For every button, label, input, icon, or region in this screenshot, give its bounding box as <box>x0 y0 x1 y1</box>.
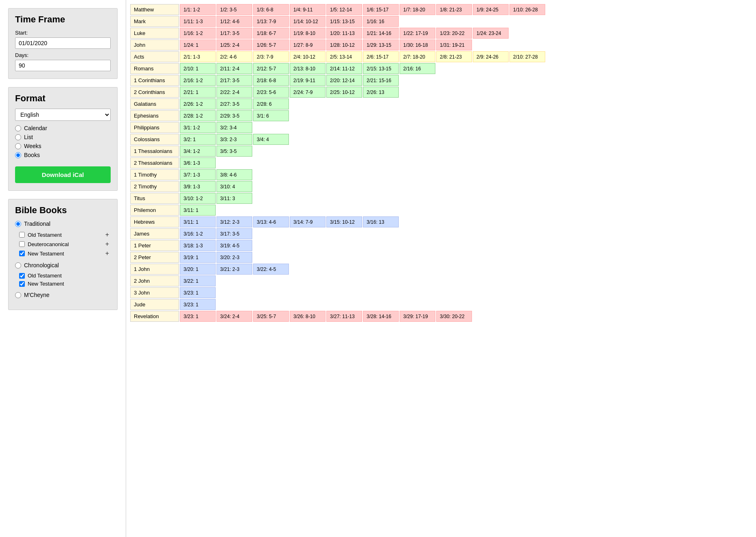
reading-cell[interactable]: 3/29: 17-19 <box>400 311 435 322</box>
reading-cell[interactable]: 2/18: 6-8 <box>253 75 289 86</box>
reading-cell[interactable]: 3/2: 1 <box>180 134 216 145</box>
reading-cell[interactable]: 1/24: 1 <box>180 39 216 50</box>
reading-cell[interactable]: 1/14: 10-12 <box>290 16 326 27</box>
reading-cell[interactable]: 1/21: 14-16 <box>363 28 399 39</box>
trad-deut-plus[interactable]: + <box>104 240 111 248</box>
reading-cell[interactable]: 1/2: 3-5 <box>216 4 252 15</box>
start-input[interactable] <box>15 37 111 49</box>
reading-cell[interactable]: 2/21: 15-16 <box>363 75 399 86</box>
reading-cell[interactable]: 1/9: 24-25 <box>473 4 509 15</box>
reading-cell[interactable]: 2/22: 2-4 <box>216 87 252 98</box>
reading-cell[interactable]: 3/20: 1 <box>180 264 216 275</box>
reading-cell[interactable]: 3/1: 6 <box>253 110 289 121</box>
reading-cell[interactable]: 3/10: 4 <box>216 181 252 192</box>
reading-cell[interactable]: 3/25: 5-7 <box>253 311 289 322</box>
reading-cell[interactable]: 3/5: 3-5 <box>216 146 252 157</box>
reading-cell[interactable]: 1/13: 7-9 <box>253 16 289 27</box>
reading-cell[interactable]: 2/20: 12-14 <box>326 75 362 86</box>
reading-cell[interactable]: 1/19: 8-10 <box>290 28 326 39</box>
reading-cell[interactable]: 3/22: 1 <box>180 275 216 286</box>
reading-cell[interactable]: 3/18: 1-3 <box>180 240 216 251</box>
reading-cell[interactable]: 1/3: 6-8 <box>253 4 289 15</box>
reading-cell[interactable]: 1/25: 2-4 <box>216 39 252 50</box>
reading-cell[interactable]: 3/8: 4-6 <box>216 169 252 180</box>
reading-cell[interactable]: 1/27: 8-9 <box>290 39 326 50</box>
trad-nt-checkbox[interactable] <box>19 251 25 256</box>
reading-cell[interactable]: 1/24: 23-24 <box>473 28 509 39</box>
reading-cell[interactable]: 2/10: 1 <box>180 63 216 74</box>
reading-cell[interactable]: 3/30: 20-22 <box>436 311 472 322</box>
reading-cell[interactable]: 2/10: 27-28 <box>509 51 545 62</box>
reading-cell[interactable]: 3/1: 1-2 <box>180 122 216 133</box>
trad-deut-checkbox[interactable] <box>19 241 25 247</box>
reading-cell[interactable]: 2/25: 10-12 <box>326 87 362 98</box>
reading-cell[interactable]: 3/24: 2-4 <box>216 311 252 322</box>
chrono-radio[interactable]: Chronological <box>15 262 111 268</box>
reading-cell[interactable]: 2/21: 1 <box>180 87 216 98</box>
reading-cell[interactable]: 1/26: 5-7 <box>253 39 289 50</box>
mcheyne-radio[interactable]: M'Cheyne <box>15 292 111 298</box>
trad-ot-plus[interactable]: + <box>104 231 111 238</box>
reading-cell[interactable]: 2/16: 16 <box>400 63 435 74</box>
reading-cell[interactable]: 3/2: 3-4 <box>216 122 252 133</box>
reading-cell[interactable]: 2/4: 10-12 <box>290 51 326 62</box>
reading-cell[interactable]: 1/31: 19-21 <box>436 39 472 50</box>
reading-cell[interactable]: 2/19: 9-11 <box>290 75 326 86</box>
reading-cell[interactable]: 3/23: 1 <box>180 299 216 310</box>
reading-cell[interactable]: 2/14: 11-12 <box>326 63 362 74</box>
days-input[interactable] <box>15 60 111 71</box>
reading-cell[interactable]: 1/23: 20-22 <box>436 28 472 39</box>
reading-cell[interactable]: 3/28: 14-16 <box>363 311 399 322</box>
reading-cell[interactable]: 1/5: 12-14 <box>326 4 362 15</box>
reading-cell[interactable]: 1/7: 18-20 <box>400 4 435 15</box>
reading-cell[interactable]: 1/15: 13-15 <box>326 16 362 27</box>
reading-cell[interactable]: 2/1: 1-3 <box>180 51 216 62</box>
reading-cell[interactable]: 3/23: 1 <box>180 287 216 298</box>
reading-cell[interactable]: 2/23: 5-6 <box>253 87 289 98</box>
reading-cell[interactable]: 2/7: 18-20 <box>400 51 435 62</box>
reading-cell[interactable]: 2/15: 13-15 <box>363 63 399 74</box>
reading-cell[interactable]: 3/13: 4-6 <box>253 216 289 227</box>
reading-cell[interactable]: 3/10: 1-2 <box>180 193 216 204</box>
reading-cell[interactable]: 3/4: 1-2 <box>180 146 216 157</box>
reading-cell[interactable]: 3/17: 3-5 <box>216 228 252 239</box>
trad-nt-plus[interactable]: + <box>104 250 111 257</box>
language-select[interactable]: English Spanish French German <box>15 109 111 121</box>
reading-cell[interactable]: 1/6: 15-17 <box>363 4 399 15</box>
reading-cell[interactable]: 1/30: 16-18 <box>400 39 435 50</box>
reading-cell[interactable]: 1/8: 21-23 <box>436 4 472 15</box>
trad-ot-checkbox[interactable] <box>19 232 25 238</box>
reading-cell[interactable]: 2/29: 3-5 <box>216 110 252 121</box>
reading-cell[interactable]: 1/20: 11-13 <box>326 28 362 39</box>
reading-cell[interactable]: 3/3: 2-3 <box>216 134 252 145</box>
reading-cell[interactable]: 3/27: 11-13 <box>326 311 362 322</box>
reading-cell[interactable]: 3/16: 13 <box>363 216 399 227</box>
reading-cell[interactable]: 3/16: 1-2 <box>180 228 216 239</box>
reading-cell[interactable]: 1/18: 6-7 <box>253 28 289 39</box>
reading-cell[interactable]: 3/21: 2-3 <box>216 264 252 275</box>
reading-cell[interactable]: 3/4: 4 <box>253 134 289 145</box>
reading-cell[interactable]: 3/19: 1 <box>180 252 216 263</box>
reading-cell[interactable]: 2/28: 6 <box>253 98 289 109</box>
format-weeks[interactable]: Weeks <box>15 143 111 149</box>
reading-cell[interactable]: 2/5: 13-14 <box>326 51 362 62</box>
reading-cell[interactable]: 1/17: 3-5 <box>216 28 252 39</box>
reading-cell[interactable]: 2/2: 4-6 <box>216 51 252 62</box>
reading-cell[interactable]: 1/1: 1-2 <box>180 4 216 15</box>
reading-cell[interactable]: 2/13: 8-10 <box>290 63 326 74</box>
reading-cell[interactable]: 2/6: 15-17 <box>363 51 399 62</box>
format-list[interactable]: List <box>15 134 111 140</box>
chrono-ot-checkbox[interactable] <box>19 273 25 279</box>
reading-cell[interactable]: 1/16: 16 <box>363 16 399 27</box>
reading-cell[interactable]: 2/12: 5-7 <box>253 63 289 74</box>
reading-cell[interactable]: 1/29: 13-15 <box>363 39 399 50</box>
format-calendar[interactable]: Calendar <box>15 125 111 131</box>
reading-cell[interactable]: 3/11: 3 <box>216 193 252 204</box>
reading-cell[interactable]: 2/9: 24-26 <box>473 51 509 62</box>
traditional-radio[interactable]: Traditional <box>15 220 111 227</box>
reading-cell[interactable]: 1/28: 10-12 <box>326 39 362 50</box>
reading-cell[interactable]: 3/11: 1 <box>180 216 216 227</box>
reading-cell[interactable]: 2/26: 13 <box>363 87 399 98</box>
reading-cell[interactable]: 3/23: 1 <box>180 311 216 322</box>
reading-cell[interactable]: 3/7: 1-3 <box>180 169 216 180</box>
